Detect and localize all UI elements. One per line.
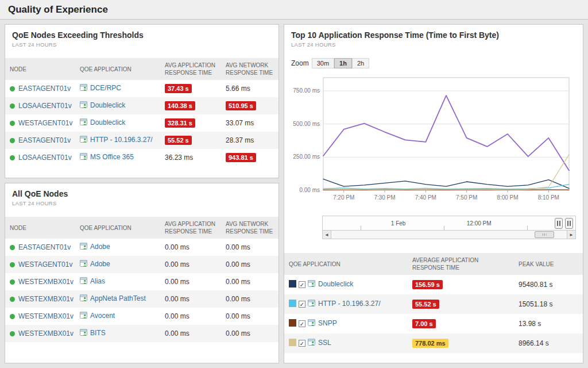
application-link[interactable]: Doubleclick xyxy=(90,101,125,109)
table-row: ✓SNPP7.00 s13.98 s xyxy=(284,314,583,334)
avg-application-response-cell: 778.02 ms xyxy=(408,334,514,353)
application-cell: Avocent xyxy=(75,308,160,325)
node-cell: WESTEXMBX01v xyxy=(5,290,75,308)
avg-network-response-cell: 0.00 ms xyxy=(221,325,278,342)
qoe-application-icon xyxy=(80,136,87,145)
series-application-cell: ✓SNPP xyxy=(284,314,408,334)
application-link[interactable]: Alias xyxy=(90,277,105,285)
avg-application-response-cell: 0.00 ms xyxy=(160,290,221,308)
qoe-application-icon xyxy=(80,84,87,93)
qoe-application-icon xyxy=(308,319,315,328)
application-cell: HTTP - 10.196.3.27/ xyxy=(75,132,160,149)
value-text: 0.00 ms xyxy=(226,243,250,251)
response-time-chart: 0.00 ms250.00 ms500.00 ms750.00 ms7:20 P… xyxy=(291,73,577,214)
status-up-icon xyxy=(10,86,15,91)
series-application-cell: ✓HTTP - 10.196.3.27/ xyxy=(284,294,408,314)
panel-subtitle: LAST 24 HOURS xyxy=(12,41,272,48)
status-up-icon xyxy=(10,138,15,143)
avg-application-response-cell: 0.00 ms xyxy=(160,256,221,273)
chart-range-scrollbar: ◄ ► xyxy=(322,231,576,239)
avg-application-response-cell: 156.59 s xyxy=(408,275,514,294)
peak-value-cell: 8966.14 s xyxy=(514,334,583,353)
value-text: 0.00 ms xyxy=(165,295,189,303)
threshold-badge: 55.52 s xyxy=(412,300,439,309)
application-link[interactable]: Adobe xyxy=(90,260,110,268)
application-link[interactable]: Doubleclick xyxy=(318,280,353,288)
application-link[interactable]: BITS xyxy=(90,329,106,337)
range-handle-right[interactable] xyxy=(565,218,573,229)
node-link[interactable]: WESTEXMBX01v xyxy=(18,329,74,338)
scrollbar-thumb[interactable] xyxy=(535,231,554,238)
avg-network-response-cell: 0.00 ms xyxy=(221,290,278,308)
value-text: 0.00 ms xyxy=(226,312,250,320)
application-link[interactable]: Adobe xyxy=(90,243,110,251)
application-link[interactable]: HTTP - 10.196.3.27/ xyxy=(90,136,153,144)
scrollbar-track[interactable] xyxy=(331,231,567,239)
value-text: 0.00 ms xyxy=(165,329,189,338)
qoe-application-icon xyxy=(80,260,87,269)
node-cell: LOSAAGENT01v xyxy=(5,97,75,114)
node-link[interactable]: LOSAAGENT01v xyxy=(18,102,72,110)
avg-network-response-cell: 510.95 s xyxy=(221,97,278,114)
svg-text:250.00 ms: 250.00 ms xyxy=(293,154,320,160)
application-cell: Doubleclick xyxy=(75,114,160,132)
zoom-option-2h[interactable]: 2h xyxy=(352,58,369,68)
application-link[interactable]: DCE/RPC xyxy=(90,84,121,92)
range-handle-left[interactable] xyxy=(555,218,563,229)
svg-text:0.00 ms: 0.00 ms xyxy=(299,187,320,193)
node-link[interactable]: WESTAGENT01v xyxy=(18,119,72,127)
node-link[interactable]: EASTAGENT01v xyxy=(18,243,71,251)
threshold-badge: 55.52 s xyxy=(165,136,192,145)
application-link[interactable]: MS Office 365 xyxy=(90,153,134,161)
zoom-buttons: 30m1h2h xyxy=(312,58,370,68)
application-link[interactable]: HTTP - 10.196.3.27/ xyxy=(318,300,381,308)
application-link[interactable]: Avocent xyxy=(90,312,115,320)
qoe-application-icon xyxy=(308,300,315,309)
svg-text:8:10 PM: 8:10 PM xyxy=(538,194,559,201)
series-color-swatch xyxy=(289,319,296,327)
application-link[interactable]: SSL xyxy=(318,339,331,347)
scroll-left-button[interactable]: ◄ xyxy=(323,231,331,239)
application-link[interactable]: SNPP xyxy=(318,319,337,327)
node-link[interactable]: EASTAGENT01v xyxy=(18,136,71,144)
status-up-icon xyxy=(10,331,15,336)
zoom-option-1h[interactable]: 1h xyxy=(334,58,352,68)
peak-value-text: 15051.18 s xyxy=(519,300,552,308)
node-cell: WESTEXMBX01v xyxy=(5,273,75,290)
threshold-badge: 778.02 ms xyxy=(412,339,448,348)
status-up-icon xyxy=(10,245,15,250)
svg-text:500.00 ms: 500.00 ms xyxy=(293,121,320,127)
node-link[interactable]: WESTAGENT01v xyxy=(18,260,72,269)
series-checkbox[interactable]: ✓ xyxy=(299,301,305,308)
value-text: 0.00 ms xyxy=(165,243,189,251)
svg-text:7:50 PM: 7:50 PM xyxy=(456,194,477,201)
panel-head: Top 10 Application Response Time (Time t… xyxy=(284,25,583,50)
node-link[interactable]: WESTEXMBX01v xyxy=(18,295,74,303)
application-cell: BITS xyxy=(75,325,160,342)
series-checkbox[interactable]: ✓ xyxy=(299,281,305,288)
svg-text:7:40 PM: 7:40 PM xyxy=(415,194,436,201)
application-link[interactable]: AppNeta PathTest xyxy=(90,294,146,302)
zoom-label: Zoom xyxy=(291,59,309,67)
application-cell: Adobe xyxy=(75,256,160,273)
scroll-right-button[interactable]: ► xyxy=(567,231,575,239)
panel-title: Top 10 Application Response Time (Time t… xyxy=(291,30,576,40)
table-row: LOSAAGENT01vDoubleclick140.38 s510.95 s xyxy=(5,97,278,114)
all-qoe-nodes-table: NODEQOE APPLICATIONAVG APPLICATION RESPO… xyxy=(5,217,278,342)
table-row: ✓Doubleclick156.59 s95480.81 s xyxy=(284,275,583,294)
node-link[interactable]: LOSAAGENT01v xyxy=(18,154,72,162)
avg-network-response-cell: 5.66 ms xyxy=(221,80,278,97)
zoom-option-30m[interactable]: 30m xyxy=(312,58,334,68)
node-cell: WESTAGENT01v xyxy=(5,114,75,132)
series-checkbox[interactable]: ✓ xyxy=(299,320,305,327)
series-checkbox[interactable]: ✓ xyxy=(299,340,305,347)
status-up-icon xyxy=(10,279,15,285)
node-link[interactable]: EASTAGENT01v xyxy=(18,85,71,93)
qoe-application-icon xyxy=(80,312,87,321)
table-row: WESTEXMBX01vAppNeta PathTest0.00 ms0.00 … xyxy=(5,290,278,308)
node-link[interactable]: WESTEXMBX01v xyxy=(18,278,74,286)
node-link[interactable]: WESTEXMBX01v xyxy=(18,312,74,320)
page-title: Quality of Experience xyxy=(8,4,108,16)
peak-value-text: 8966.14 s xyxy=(519,339,549,347)
application-link[interactable]: Doubleclick xyxy=(90,118,125,126)
